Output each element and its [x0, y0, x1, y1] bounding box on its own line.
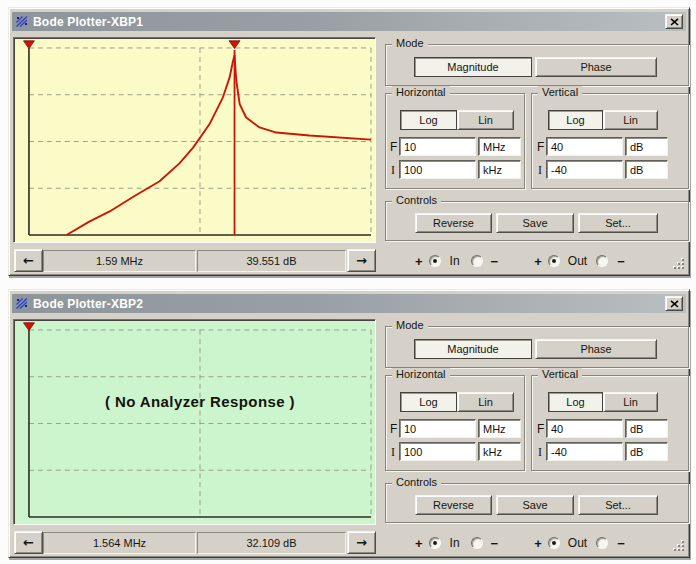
close-button[interactable]: [665, 14, 683, 29]
frequency-readout: 1.59 MHz: [43, 250, 196, 272]
plot-area[interactable]: [13, 37, 376, 243]
horizontal-f-label: F: [390, 140, 397, 154]
phase-button[interactable]: Phase: [535, 339, 657, 359]
vertical-group-label: Vertical: [538, 368, 582, 380]
controls-group: Controls Reverse Save Set...: [385, 201, 689, 241]
mode-group-label: Mode: [392, 37, 428, 49]
cursor-marker[interactable]: [229, 41, 240, 49]
plot-message: ( No Analyzer Response ): [29, 393, 371, 410]
horizontal-i-unit-input[interactable]: [478, 442, 521, 461]
resize-grip[interactable]: [671, 538, 686, 553]
cursor-marker[interactable]: [23, 323, 34, 331]
vertical-f-unit-input[interactable]: [625, 137, 668, 156]
bode-plot: [16, 40, 374, 241]
vertical-lin-button[interactable]: Lin: [603, 392, 658, 412]
controls-group-label: Controls: [392, 476, 441, 488]
horizontal-group-label: Horizontal: [392, 86, 450, 98]
horizontal-i-value-input[interactable]: [399, 442, 476, 461]
titlebar[interactable]: Bode Plotter-XBP1: [12, 12, 686, 31]
reverse-button[interactable]: Reverse: [415, 495, 492, 515]
out-minus-radio[interactable]: [596, 537, 608, 549]
out-minus-radio[interactable]: [596, 255, 608, 267]
phase-button[interactable]: Phase: [535, 57, 657, 77]
vertical-i-value-input[interactable]: [546, 160, 623, 179]
titlebar[interactable]: Bode Plotter-XBP2: [12, 294, 686, 313]
response-curve: [67, 55, 371, 235]
out-plus-label: +: [534, 536, 542, 551]
horizontal-f-unit-input[interactable]: [478, 137, 521, 156]
in-label: In: [450, 254, 460, 268]
vertical-f-unit-input[interactable]: [625, 419, 668, 438]
scroll-right-button[interactable]: →: [347, 531, 376, 554]
bode-plotter-icon: [15, 15, 29, 28]
horizontal-group: Horizontal Log Lin F I: [385, 375, 525, 471]
controls-group-label: Controls: [392, 194, 441, 206]
in-plus-label: +: [415, 254, 423, 269]
horizontal-f-value-input[interactable]: [399, 137, 476, 156]
save-button[interactable]: Save: [496, 495, 574, 515]
magnitude-button[interactable]: Magnitude: [414, 339, 532, 359]
bode-plotter-window-xbp2: Bode Plotter-XBP2: [8, 289, 690, 558]
vertical-i-label: I: [538, 163, 542, 178]
vertical-log-button[interactable]: Log: [548, 110, 603, 130]
vertical-i-unit-input[interactable]: [625, 160, 668, 179]
set-button[interactable]: Set...: [578, 213, 658, 233]
in-minus-label: −: [491, 536, 499, 551]
io-controls: + In − + Out −: [407, 248, 669, 274]
plot-grid: [29, 48, 371, 235]
horizontal-f-label: F: [390, 422, 397, 436]
horizontal-log-button[interactable]: Log: [400, 110, 457, 130]
bode-plot: [16, 322, 374, 523]
vertical-i-value-input[interactable]: [546, 442, 623, 461]
in-minus-radio[interactable]: [471, 255, 483, 267]
io-controls: + In − + Out −: [407, 530, 669, 556]
horizontal-f-unit-input[interactable]: [478, 419, 521, 438]
bode-plotter-window-xbp1: Bode Plotter-XBP1: [8, 7, 690, 276]
in-plus-radio[interactable]: [429, 255, 441, 267]
out-minus-label: −: [617, 536, 625, 551]
vertical-f-label: F: [537, 422, 544, 436]
out-label: Out: [568, 254, 587, 268]
out-plus-label: +: [534, 254, 542, 269]
vertical-f-value-input[interactable]: [546, 137, 623, 156]
in-plus-radio[interactable]: [429, 537, 441, 549]
mode-group-label: Mode: [392, 319, 428, 331]
out-plus-radio[interactable]: [548, 255, 560, 267]
close-button[interactable]: [665, 296, 683, 311]
vertical-i-label: I: [538, 445, 542, 460]
horizontal-i-unit-input[interactable]: [478, 160, 521, 179]
magnitude-button[interactable]: Magnitude: [414, 57, 532, 77]
resize-grip[interactable]: [671, 256, 686, 271]
window-title: Bode Plotter-XBP2: [33, 297, 143, 311]
out-plus-radio[interactable]: [548, 537, 560, 549]
vertical-log-button[interactable]: Log: [548, 392, 603, 412]
vertical-group: Vertical Log Lin F I: [531, 93, 689, 189]
vertical-f-label: F: [537, 140, 544, 154]
cursor-marker[interactable]: [23, 41, 34, 49]
vertical-group-label: Vertical: [538, 86, 582, 98]
scroll-left-button[interactable]: ←: [14, 249, 43, 272]
horizontal-lin-button[interactable]: Lin: [457, 392, 514, 412]
vertical-f-value-input[interactable]: [546, 419, 623, 438]
vertical-i-unit-input[interactable]: [625, 442, 668, 461]
left-arrow-icon: ←: [23, 535, 34, 550]
horizontal-f-value-input[interactable]: [399, 419, 476, 438]
set-button[interactable]: Set...: [578, 495, 658, 515]
horizontal-i-label: I: [391, 163, 395, 178]
magnitude-readout: 39.551 dB: [197, 250, 346, 272]
horizontal-i-value-input[interactable]: [399, 160, 476, 179]
in-minus-radio[interactable]: [471, 537, 483, 549]
save-button[interactable]: Save: [496, 213, 574, 233]
right-arrow-icon: →: [356, 535, 367, 550]
out-label: Out: [568, 536, 587, 550]
close-icon: [670, 300, 679, 308]
plot-grid: [29, 330, 371, 517]
horizontal-lin-button[interactable]: Lin: [457, 110, 514, 130]
reverse-button[interactable]: Reverse: [415, 213, 492, 233]
mode-group: Mode Magnitude Phase: [385, 326, 689, 368]
plot-area[interactable]: ( No Analyzer Response ): [13, 319, 376, 525]
horizontal-log-button[interactable]: Log: [400, 392, 457, 412]
vertical-lin-button[interactable]: Lin: [603, 110, 658, 130]
scroll-right-button[interactable]: →: [347, 249, 376, 272]
scroll-left-button[interactable]: ←: [14, 531, 43, 554]
